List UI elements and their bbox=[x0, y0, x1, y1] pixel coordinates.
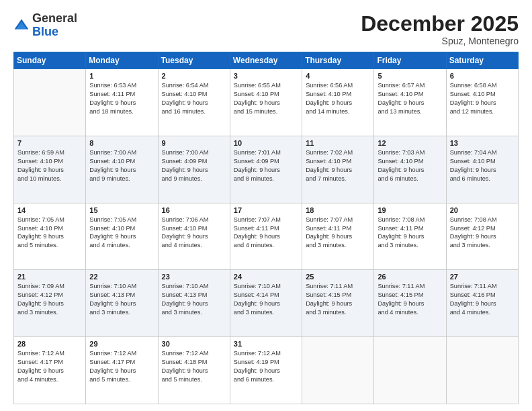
calendar-week-row: 28Sunrise: 7:12 AMSunset: 4:17 PMDayligh… bbox=[14, 337, 519, 404]
col-header-friday: Friday bbox=[374, 52, 446, 69]
day-info: Sunrise: 7:10 AMSunset: 4:13 PMDaylight:… bbox=[162, 282, 226, 317]
day-number: 30 bbox=[162, 340, 226, 348]
calendar-cell: 16Sunrise: 7:06 AMSunset: 4:10 PMDayligh… bbox=[158, 203, 230, 270]
logo-blue: Blue bbox=[32, 25, 58, 38]
day-info: Sunrise: 7:00 AMSunset: 4:10 PMDaylight:… bbox=[89, 148, 154, 183]
col-header-thursday: Thursday bbox=[302, 52, 374, 69]
day-number: 6 bbox=[450, 72, 515, 80]
calendar-cell: 13Sunrise: 7:04 AMSunset: 4:10 PMDayligh… bbox=[446, 136, 518, 203]
col-header-saturday: Saturday bbox=[446, 52, 518, 69]
calendar-cell: 20Sunrise: 7:08 AMSunset: 4:12 PMDayligh… bbox=[446, 203, 518, 270]
day-info: Sunrise: 6:59 AMSunset: 4:10 PMDaylight:… bbox=[17, 148, 82, 183]
day-info: Sunrise: 7:11 AMSunset: 4:16 PMDaylight:… bbox=[450, 282, 515, 317]
day-number: 2 bbox=[162, 72, 226, 80]
logo: General Blue bbox=[13, 12, 77, 39]
calendar-cell bbox=[302, 337, 374, 404]
calendar-cell: 22Sunrise: 7:10 AMSunset: 4:13 PMDayligh… bbox=[86, 270, 158, 337]
day-number: 18 bbox=[306, 206, 370, 214]
day-info: Sunrise: 7:10 AMSunset: 4:13 PMDaylight:… bbox=[89, 282, 154, 317]
day-number: 25 bbox=[306, 273, 370, 281]
day-info: Sunrise: 7:08 AMSunset: 4:11 PMDaylight:… bbox=[378, 216, 442, 250]
day-number: 9 bbox=[162, 139, 226, 147]
day-info: Sunrise: 7:08 AMSunset: 4:12 PMDaylight:… bbox=[450, 216, 515, 250]
day-info: Sunrise: 6:56 AMSunset: 4:10 PMDaylight:… bbox=[306, 81, 370, 116]
calendar-cell: 30Sunrise: 7:12 AMSunset: 4:18 PMDayligh… bbox=[158, 337, 230, 404]
day-number: 23 bbox=[162, 273, 226, 281]
calendar-cell bbox=[446, 337, 518, 404]
day-number: 5 bbox=[378, 72, 442, 80]
day-number: 20 bbox=[450, 206, 515, 214]
calendar-cell: 21Sunrise: 7:09 AMSunset: 4:12 PMDayligh… bbox=[14, 270, 86, 337]
day-number: 29 bbox=[89, 340, 154, 348]
day-info: Sunrise: 7:07 AMSunset: 4:11 PMDaylight:… bbox=[306, 216, 370, 250]
day-number: 26 bbox=[378, 273, 442, 281]
day-info: Sunrise: 7:12 AMSunset: 4:19 PMDaylight:… bbox=[234, 349, 298, 384]
calendar-week-row: 7Sunrise: 6:59 AMSunset: 4:10 PMDaylight… bbox=[14, 136, 519, 203]
logo-general: General bbox=[32, 11, 77, 25]
day-info: Sunrise: 7:12 AMSunset: 4:17 PMDaylight:… bbox=[17, 349, 82, 384]
day-number: 1 bbox=[89, 72, 154, 80]
day-number: 3 bbox=[234, 72, 298, 80]
calendar-cell: 4Sunrise: 6:56 AMSunset: 4:10 PMDaylight… bbox=[302, 69, 374, 136]
day-info: Sunrise: 7:12 AMSunset: 4:18 PMDaylight:… bbox=[162, 349, 226, 384]
day-number: 11 bbox=[306, 139, 370, 147]
calendar-cell: 9Sunrise: 7:00 AMSunset: 4:09 PMDaylight… bbox=[158, 136, 230, 203]
calendar-cell: 11Sunrise: 7:02 AMSunset: 4:10 PMDayligh… bbox=[302, 136, 374, 203]
calendar-cell: 17Sunrise: 7:07 AMSunset: 4:11 PMDayligh… bbox=[230, 203, 302, 270]
calendar-cell bbox=[14, 69, 86, 136]
col-header-sunday: Sunday bbox=[14, 52, 86, 69]
day-number: 12 bbox=[378, 139, 442, 147]
calendar-cell: 12Sunrise: 7:03 AMSunset: 4:10 PMDayligh… bbox=[374, 136, 446, 203]
day-info: Sunrise: 7:07 AMSunset: 4:11 PMDaylight:… bbox=[234, 216, 298, 250]
day-number: 16 bbox=[162, 206, 226, 214]
calendar-cell bbox=[374, 337, 446, 404]
calendar-cell: 19Sunrise: 7:08 AMSunset: 4:11 PMDayligh… bbox=[374, 203, 446, 270]
day-info: Sunrise: 7:05 AMSunset: 4:10 PMDaylight:… bbox=[17, 216, 82, 250]
calendar-cell: 27Sunrise: 7:11 AMSunset: 4:16 PMDayligh… bbox=[446, 270, 518, 337]
calendar-cell: 26Sunrise: 7:11 AMSunset: 4:15 PMDayligh… bbox=[374, 270, 446, 337]
calendar-week-row: 21Sunrise: 7:09 AMSunset: 4:12 PMDayligh… bbox=[14, 270, 519, 337]
day-info: Sunrise: 7:01 AMSunset: 4:09 PMDaylight:… bbox=[234, 148, 298, 183]
day-number: 22 bbox=[89, 273, 154, 281]
day-info: Sunrise: 6:54 AMSunset: 4:10 PMDaylight:… bbox=[162, 81, 226, 116]
day-number: 13 bbox=[450, 139, 515, 147]
calendar-cell: 14Sunrise: 7:05 AMSunset: 4:10 PMDayligh… bbox=[14, 203, 86, 270]
col-header-tuesday: Tuesday bbox=[158, 52, 230, 69]
day-number: 28 bbox=[17, 340, 82, 348]
day-number: 10 bbox=[234, 139, 298, 147]
day-info: Sunrise: 7:11 AMSunset: 4:15 PMDaylight:… bbox=[306, 282, 370, 317]
calendar-cell: 15Sunrise: 7:05 AMSunset: 4:10 PMDayligh… bbox=[86, 203, 158, 270]
day-info: Sunrise: 6:53 AMSunset: 4:11 PMDaylight:… bbox=[89, 81, 154, 116]
day-info: Sunrise: 7:03 AMSunset: 4:10 PMDaylight:… bbox=[378, 148, 442, 183]
calendar-cell: 25Sunrise: 7:11 AMSunset: 4:15 PMDayligh… bbox=[302, 270, 374, 337]
calendar-table: SundayMondayTuesdayWednesdayThursdayFrid… bbox=[13, 52, 519, 404]
day-info: Sunrise: 7:02 AMSunset: 4:10 PMDaylight:… bbox=[306, 148, 370, 183]
day-info: Sunrise: 7:12 AMSunset: 4:17 PMDaylight:… bbox=[89, 349, 154, 384]
day-info: Sunrise: 6:58 AMSunset: 4:10 PMDaylight:… bbox=[450, 81, 515, 116]
calendar-cell: 24Sunrise: 7:10 AMSunset: 4:14 PMDayligh… bbox=[230, 270, 302, 337]
month-title: December 2025 bbox=[361, 12, 519, 36]
day-info: Sunrise: 7:04 AMSunset: 4:10 PMDaylight:… bbox=[450, 148, 515, 183]
day-info: Sunrise: 7:05 AMSunset: 4:10 PMDaylight:… bbox=[89, 216, 154, 250]
day-number: 21 bbox=[17, 273, 82, 281]
calendar-cell: 6Sunrise: 6:58 AMSunset: 4:10 PMDaylight… bbox=[446, 69, 518, 136]
calendar-cell: 28Sunrise: 7:12 AMSunset: 4:17 PMDayligh… bbox=[14, 337, 86, 404]
day-info: Sunrise: 7:11 AMSunset: 4:15 PMDaylight:… bbox=[378, 282, 442, 317]
calendar-cell: 31Sunrise: 7:12 AMSunset: 4:19 PMDayligh… bbox=[230, 337, 302, 404]
day-number: 4 bbox=[306, 72, 370, 80]
calendar-cell: 29Sunrise: 7:12 AMSunset: 4:17 PMDayligh… bbox=[86, 337, 158, 404]
calendar-cell: 23Sunrise: 7:10 AMSunset: 4:13 PMDayligh… bbox=[158, 270, 230, 337]
calendar-cell: 8Sunrise: 7:00 AMSunset: 4:10 PMDaylight… bbox=[86, 136, 158, 203]
logo-icon bbox=[13, 17, 30, 34]
day-info: Sunrise: 7:10 AMSunset: 4:14 PMDaylight:… bbox=[234, 282, 298, 317]
day-info: Sunrise: 6:55 AMSunset: 4:10 PMDaylight:… bbox=[234, 81, 298, 116]
calendar-cell: 7Sunrise: 6:59 AMSunset: 4:10 PMDaylight… bbox=[14, 136, 86, 203]
day-info: Sunrise: 7:09 AMSunset: 4:12 PMDaylight:… bbox=[17, 282, 82, 317]
day-info: Sunrise: 6:57 AMSunset: 4:10 PMDaylight:… bbox=[378, 81, 442, 116]
title-block: December 2025 Spuz, Montenegro bbox=[361, 12, 519, 46]
day-number: 15 bbox=[89, 206, 154, 214]
col-header-monday: Monday bbox=[86, 52, 158, 69]
calendar-week-row: 1Sunrise: 6:53 AMSunset: 4:11 PMDaylight… bbox=[14, 69, 519, 136]
day-info: Sunrise: 7:00 AMSunset: 4:09 PMDaylight:… bbox=[162, 148, 226, 183]
day-number: 7 bbox=[17, 139, 82, 147]
